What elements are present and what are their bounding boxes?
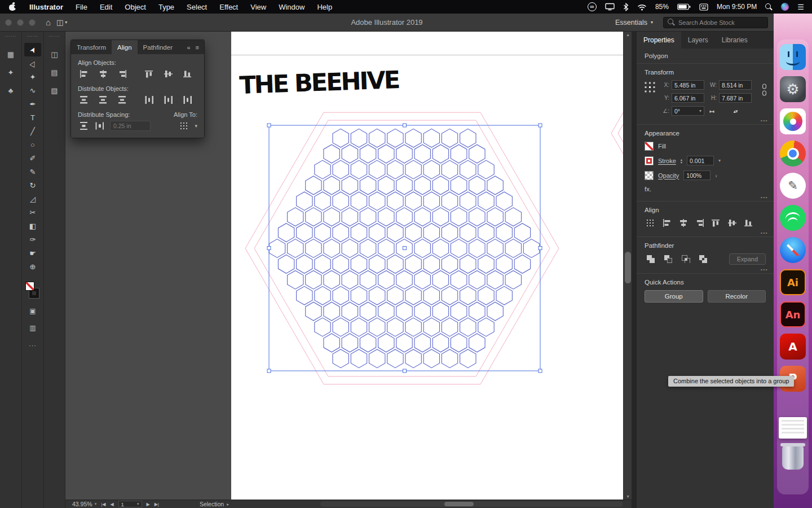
fp-dist-v-top-button[interactable] xyxy=(78,95,90,105)
tab-libraries[interactable]: Libraries xyxy=(715,32,754,49)
menu-window[interactable]: Window xyxy=(272,3,311,11)
toolbar-more-button[interactable]: ··· xyxy=(29,342,37,349)
zoom-tool[interactable]: ⊕ xyxy=(24,260,41,273)
libraries-panel-icon-button[interactable]: ✦ xyxy=(3,65,19,79)
window-minimize-button[interactable] xyxy=(17,19,24,26)
tab-properties[interactable]: Properties xyxy=(637,32,681,49)
finder-dock-icon[interactable] xyxy=(780,44,806,70)
fp-dist-v-center-button[interactable] xyxy=(97,95,109,105)
window-close-button[interactable] xyxy=(5,19,12,26)
selection-tool[interactable]: ➤ xyxy=(24,43,41,56)
photos-dock-icon[interactable] xyxy=(780,108,806,134)
lasso-tool[interactable]: ∿ xyxy=(24,84,41,97)
scroll-down-arrow[interactable]: ▾ xyxy=(624,494,632,499)
clubs-panel-icon-button[interactable]: ♣ xyxy=(3,84,19,97)
selection-handle[interactable] xyxy=(267,124,271,127)
selection-bounding-box[interactable] xyxy=(267,124,542,373)
artboard-number-select[interactable]: 1 ▾ xyxy=(118,501,142,507)
next-artboard-button[interactable]: ▶ xyxy=(147,502,150,507)
collapse-panel-icon[interactable]: « xyxy=(187,44,190,51)
selection-handle[interactable] xyxy=(539,369,542,373)
bluetooth-icon[interactable] xyxy=(623,3,629,11)
selection-handle[interactable] xyxy=(267,247,271,250)
props-v-center-button[interactable] xyxy=(726,218,739,228)
fp-space-h-button[interactable] xyxy=(94,121,106,131)
appearance-more-options[interactable]: ••• xyxy=(761,195,768,200)
spotify-dock-icon[interactable] xyxy=(780,205,806,231)
y-field[interactable] xyxy=(672,93,704,103)
horizontal-scrollbar-thumb[interactable] xyxy=(444,502,474,506)
fp-align-v-center-button[interactable] xyxy=(162,69,175,79)
apple-menu-icon[interactable] xyxy=(9,3,16,11)
illustrator-dock-icon[interactable]: Ai xyxy=(780,269,806,295)
align-panel-icon-button[interactable]: ▤ xyxy=(47,65,63,79)
safari-dock-icon[interactable] xyxy=(780,237,806,263)
menu-help[interactable]: Help xyxy=(311,3,338,11)
expand-button[interactable]: Expand xyxy=(729,253,766,265)
last-artboard-button[interactable]: ▶| xyxy=(155,502,159,507)
spotlight-icon[interactable] xyxy=(765,3,773,11)
scissors-tool[interactable]: ✂ xyxy=(24,205,41,219)
menu-file[interactable]: File xyxy=(69,3,94,11)
menu-select[interactable]: Select xyxy=(180,3,213,11)
x-field[interactable] xyxy=(672,80,704,90)
menu-view[interactable]: View xyxy=(244,3,272,11)
fp-align-v-top-button[interactable] xyxy=(143,69,156,79)
selection-handle[interactable] xyxy=(403,124,407,127)
selection-handle[interactable] xyxy=(539,124,542,127)
selection-handle[interactable] xyxy=(403,369,407,373)
app-menu[interactable]: Illustrator xyxy=(23,3,69,11)
gradient-tool[interactable]: ◧ xyxy=(24,219,41,233)
spacing-value-field[interactable] xyxy=(110,121,151,131)
props-v-bottom-button[interactable] xyxy=(743,218,755,228)
panel-strip-grip[interactable]: ⋯⋯ xyxy=(49,34,60,38)
transform-panel-icon-button[interactable]: ◫ xyxy=(47,47,63,61)
status-tool-display[interactable]: Selection ▸ xyxy=(200,501,229,507)
horizontal-scrollbar[interactable] xyxy=(320,501,623,507)
type-tool[interactable]: T xyxy=(24,111,41,124)
menu-type[interactable]: Type xyxy=(152,3,180,11)
search-input[interactable] xyxy=(678,19,764,26)
props-key-align-button[interactable] xyxy=(645,218,657,228)
rotate-tool[interactable]: ↻ xyxy=(24,178,41,192)
fp-align-v-bottom-button[interactable] xyxy=(182,69,194,79)
fill-color-swatch[interactable] xyxy=(645,142,654,151)
stepper-down-icon[interactable]: ▾ xyxy=(681,161,682,164)
workspace-switcher[interactable]: Essentials ▾ xyxy=(615,19,653,27)
first-artboard-button[interactable]: |◀ xyxy=(101,502,105,507)
siri-icon[interactable] xyxy=(781,3,789,11)
stroke-weight-field[interactable] xyxy=(687,156,714,165)
drawing-app-dock-icon[interactable]: ✎ xyxy=(780,173,806,199)
scroll-up-arrow[interactable]: ▴ xyxy=(624,32,632,37)
pen-tool[interactable]: ✒ xyxy=(24,97,41,111)
opacity-swatch[interactable] xyxy=(645,171,654,180)
fp-dist-v-bottom-button[interactable] xyxy=(116,95,129,105)
group-button[interactable]: Group xyxy=(645,290,703,303)
toolbar-grip[interactable]: ⋯⋯ xyxy=(27,34,38,38)
menu-edit[interactable]: Edit xyxy=(94,3,118,11)
panel-menu-icon[interactable]: ≡ xyxy=(196,44,199,51)
props-h-left-button[interactable] xyxy=(661,218,673,228)
pf-exclude-button[interactable] xyxy=(697,254,709,264)
display-icon[interactable] xyxy=(605,3,615,11)
fp-align-h-left-button[interactable] xyxy=(78,69,90,79)
fp-align-to-key-align-button[interactable] xyxy=(178,121,191,131)
adobe-stock-search[interactable] xyxy=(663,17,768,28)
selection-handle[interactable] xyxy=(267,369,271,373)
flip-horizontal-button[interactable]: ▸◂ xyxy=(707,108,717,114)
selection-handle[interactable] xyxy=(403,247,407,250)
h-field[interactable] xyxy=(719,93,752,103)
tab-align[interactable]: Align xyxy=(112,40,138,54)
opacity-field[interactable] xyxy=(683,170,710,180)
chevron-right-icon[interactable]: › xyxy=(715,172,717,179)
transform-more-options[interactable]: ••• xyxy=(761,118,768,123)
menu-effect[interactable]: Effect xyxy=(213,3,244,11)
artboard-title-text[interactable]: THE BEEHIVE xyxy=(239,65,400,99)
align-more-options[interactable]: ••• xyxy=(761,230,768,235)
recolor-button[interactable]: Recolor xyxy=(708,290,766,303)
props-h-right-button[interactable] xyxy=(694,218,706,228)
pf-minus-front-button[interactable] xyxy=(662,254,674,264)
tab-transform[interactable]: Transform xyxy=(71,40,112,54)
opacity-link[interactable]: Opacity xyxy=(658,172,679,179)
tab-layers[interactable]: Layers xyxy=(681,32,715,49)
